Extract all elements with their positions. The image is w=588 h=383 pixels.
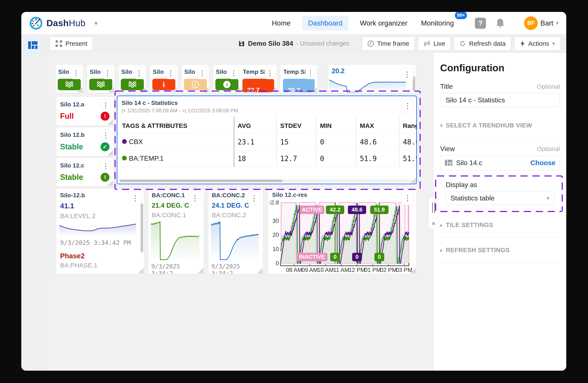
notification-count-badge: 99+ — [455, 12, 467, 19]
resize-handle[interactable] — [257, 268, 262, 273]
cell-stdev: 15 — [280, 138, 289, 146]
document-title: Demo Silo 384 — [248, 40, 293, 47]
kebab-menu-icon[interactable]: ⋮ — [134, 67, 144, 79]
kebab-menu-icon[interactable]: ⋮ — [248, 191, 260, 205]
kebab-menu-icon[interactable]: ⋮ — [129, 191, 142, 205]
cell-avg: 18 — [237, 154, 246, 163]
dashboard-layout-button[interactable] — [24, 37, 41, 54]
kebab-menu-icon[interactable]: ⋮ — [401, 67, 413, 81]
tile-silo-12c-status[interactable]: Silo 12.c ⋮ Stable ! — [56, 158, 114, 187]
nav-item-work-organizer[interactable]: Work organizer — [358, 16, 409, 31]
svg-text:INACTIVE: INACTIVE — [299, 254, 325, 260]
kebab-menu-icon[interactable]: ⋮ — [305, 67, 315, 79]
tile-ba-conc-2[interactable]: BA:CONC.2 ⋮ 24.1 DEG. C BA:CONC.2 9/3/20… — [208, 188, 263, 274]
level-value: 41.1 — [60, 202, 74, 210]
svg-text:03 PM: 03 PM — [396, 267, 412, 273]
trendhub-view-section-toggle[interactable]: ▾ SELECT A TRENDHUB VIEW — [440, 122, 560, 129]
tile-silo-12c-res[interactable]: Silo 12.c-res ⋮ 42.8010203008 AM09 AM10 … — [268, 188, 417, 274]
resize-handle[interactable] — [410, 268, 416, 273]
choose-view-link[interactable]: Choose — [530, 159, 555, 167]
kebab-menu-icon[interactable]: ⋮ — [101, 160, 111, 172]
tile-silo-14c-statistics[interactable]: Silo 14 c - Statistics |< 1/31/2025 7:08… — [117, 96, 417, 184]
brand-caret-icon[interactable]: ▾ — [94, 19, 98, 27]
tile-silo-12b-detail[interactable]: Silo-12.b ⋮ 41.1 BA:LEVEL.2 9/3/2025 3:3… — [56, 188, 144, 274]
resize-handle[interactable] — [171, 87, 177, 92]
kebab-menu-icon[interactable]: ⋮ — [197, 67, 207, 79]
resize-handle[interactable] — [203, 87, 209, 92]
kebab-menu-icon[interactable]: ⋮ — [401, 99, 414, 113]
kebab-menu-icon[interactable]: ⋮ — [229, 67, 239, 79]
help-icon[interactable]: ? — [475, 18, 486, 29]
splitter-drag-handle[interactable] — [429, 197, 439, 218]
resize-handle[interactable] — [140, 87, 146, 92]
tile-silo-small-4[interactable]: Silo 1 ⋮ i — [150, 64, 178, 93]
display-as-label: Display as — [446, 181, 554, 189]
tile-silo-small-1[interactable]: Silo 1 ⋮ — [55, 64, 83, 93]
avatar: BF — [524, 16, 538, 30]
svg-text:48.6: 48.6 — [352, 206, 362, 213]
title-input[interactable]: Silo 14 c - Statistics — [440, 93, 560, 107]
kebab-menu-icon[interactable]: ⋮ — [101, 129, 111, 142]
view-selector[interactable]: Silo 14.c Choose — [440, 155, 560, 170]
resize-handle[interactable] — [311, 87, 317, 92]
resize-handle[interactable] — [77, 87, 83, 92]
resize-handle[interactable] — [234, 87, 240, 92]
resize-handle[interactable] — [108, 87, 114, 92]
bell-icon[interactable] — [495, 18, 505, 29]
view-field-label: View — [440, 145, 455, 153]
chevron-right-icon: ▸ — [440, 222, 443, 228]
tile-settings-section-toggle[interactable]: ▸ TILE SETTINGS — [440, 222, 560, 229]
tile-temp-silo-2[interactable]: Temp Silo 2 ⋮ 20.2 — [280, 64, 317, 93]
refresh-settings-section-toggle[interactable]: ▸ REFRESH SETTINGS — [440, 247, 560, 254]
brand-logo[interactable]: DashHub ▾ — [29, 16, 98, 30]
actions-button[interactable]: Actions ▾ — [514, 37, 560, 50]
scrollbar[interactable] — [141, 203, 143, 252]
resize-handle[interactable] — [198, 268, 203, 273]
chevron-down-icon: ▾ — [556, 20, 559, 26]
user-menu[interactable]: BF Bart ▾ — [524, 16, 559, 30]
tile-sparkline-20-2[interactable]: 20.2 ⋮ — [328, 64, 416, 93]
kebab-menu-icon[interactable]: ⋮ — [103, 67, 113, 79]
display-as-dropdown[interactable]: Statistics table ▾ — [446, 191, 554, 205]
tag-label: BA:LEVEL.2 — [60, 212, 96, 220]
resize-handle[interactable] — [107, 150, 113, 155]
svg-text:51.9: 51.9 — [374, 206, 385, 213]
horizontal-scrollbar[interactable] — [119, 179, 415, 182]
status-label: Full — [60, 112, 74, 121]
tile-silo-12b-status[interactable]: Silo 12.b ⋮ Stable ✓ — [56, 127, 114, 156]
tile-silo-small-3[interactable]: Silo 1 ⋮ — [118, 64, 146, 93]
resize-handle[interactable] — [107, 180, 113, 186]
panel-close-button[interactable]: × — [429, 218, 439, 229]
nav-item-monitoring[interactable]: Monitoring 99+ — [419, 16, 456, 31]
present-button[interactable]: Present — [50, 37, 93, 50]
tile-temp-silo-1[interactable]: Temp Silo 1 ⋮ 22.7 — [240, 64, 277, 93]
kebab-menu-icon[interactable]: ⋮ — [401, 191, 414, 205]
kebab-menu-icon[interactable]: ⋮ — [71, 67, 81, 79]
live-button[interactable]: Live — [418, 37, 451, 50]
tile-silo-small-5[interactable]: Silo 1 ⋮ ✓ — [182, 64, 209, 93]
resize-handle[interactable] — [107, 119, 113, 125]
kebab-menu-icon[interactable]: ⋮ — [189, 191, 201, 205]
resize-handle[interactable] — [138, 268, 144, 273]
divider — [440, 137, 560, 138]
brand-name: DashHub — [46, 18, 85, 28]
tile-silo-small-6[interactable]: Silo 1 ⋮ i — [213, 64, 241, 93]
optional-label: Optional — [537, 146, 560, 153]
resize-handle[interactable] — [271, 87, 276, 92]
tag-label: BA:PHASE.1 — [60, 262, 97, 269]
tile-silo-12a[interactable]: Silo 12.a ⋮ Full ! — [56, 96, 114, 126]
save-icon — [238, 40, 245, 47]
svg-text:42.8: 42.8 — [270, 199, 279, 206]
refresh-data-button[interactable]: Refresh data — [454, 37, 511, 50]
kebab-menu-icon[interactable]: ⋮ — [265, 67, 275, 79]
kebab-menu-icon[interactable]: ⋮ — [101, 99, 111, 111]
cell-min: 0 — [320, 138, 324, 146]
time-frame-button[interactable]: Time frame — [362, 37, 415, 50]
kebab-menu-icon[interactable]: ⋮ — [166, 67, 176, 79]
nav-item-home[interactable]: Home — [270, 16, 293, 31]
resize-handle[interactable] — [410, 178, 416, 183]
tile-ba-conc-1[interactable]: BA:CONC.1 ⋮ 21.4 DEG. C BA:CONC.1 9/3/20… — [148, 188, 204, 274]
nav-item-dashboard[interactable]: Dashboard — [302, 16, 348, 31]
tile-silo-small-2[interactable]: Silo 1 ⋮ — [87, 64, 115, 93]
layout-grid-icon — [28, 41, 38, 49]
